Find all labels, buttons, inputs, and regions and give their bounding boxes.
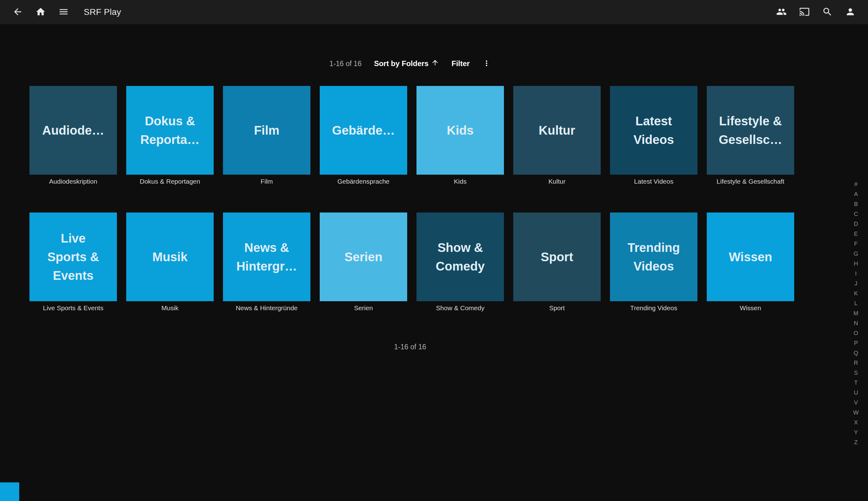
folder-tile[interactable]: Live Sports & Events [30,213,117,301]
alphabet-letter[interactable]: X [851,417,860,427]
alphabet-letter[interactable]: V [851,398,860,408]
alphabet-letter[interactable]: M [851,308,860,318]
alphabet-letter[interactable]: # [851,179,860,189]
folder-tile[interactable]: Kids [416,86,504,175]
folder-tile-label: Trending Videos [620,238,687,276]
alphabet-letter[interactable]: H [851,259,860,269]
sort-button[interactable]: Sort by Folders [374,58,439,68]
filter-button[interactable]: Filter [452,59,470,68]
folder-caption: Audiodeskription [30,178,117,185]
back-button[interactable] [8,2,28,22]
folder-item: Sport Sport [513,213,601,312]
home-button[interactable] [31,2,51,22]
folder-item: Film Film [223,86,311,185]
folder-tile-label: Live Sports & Events [40,229,106,285]
back-icon [12,7,23,18]
home-icon [35,7,46,18]
alphabet-letter[interactable]: L [851,298,860,308]
folder-caption: Kultur [513,178,601,185]
folder-caption: Kids [416,178,504,185]
folder-tile[interactable]: Show & Comedy [416,213,504,301]
alphabet-letter[interactable]: O [851,328,860,338]
top-bar: SRF Play [0,0,868,24]
alphabet-letter[interactable]: J [851,279,860,288]
top-bar-right [770,2,862,22]
folder-caption: Wissen [707,304,794,312]
folder-caption: Trending Videos [610,304,697,312]
folder-tile[interactable]: Musik [126,213,214,301]
alphabet-letter[interactable]: B [851,199,860,209]
folder-caption: Gebärdensprache [320,178,407,185]
folder-tile-label: Dokus & Reporta… [137,112,203,149]
alphabet-letter[interactable]: Z [851,437,860,447]
folder-tile-label: Latest Videos [620,112,687,149]
folder-tile[interactable]: News & Hintergr… [223,213,311,301]
alphabet-letter[interactable]: G [851,249,860,259]
alphabet-letter[interactable]: F [851,239,860,249]
folder-tile-label: Audiode… [40,121,106,140]
folder-tile-label: Serien [330,247,397,266]
folder-tile[interactable]: Audiode… [30,86,117,175]
alphabet-letter[interactable]: T [851,378,860,388]
folder-caption: Lifestyle & Gesellschaft [707,178,794,185]
folder-caption: Sport [513,304,601,312]
folder-caption: Latest Videos [610,178,697,185]
scroll-indicator[interactable] [0,482,19,501]
folder-item: Kultur Kultur [513,86,601,185]
alphabet-letter[interactable]: E [851,229,860,239]
folder-tile[interactable]: Dokus & Reporta… [126,86,214,175]
folder-item: Dokus & Reporta… Dokus & Reportagen [126,86,214,185]
folder-tile-label: Lifestyle & Gesellsc… [717,112,784,149]
alphabet-letter[interactable]: N [851,318,860,328]
folder-grid: Audiode… Audiodeskription Dokus & Report… [0,86,868,312]
alphabet-letter[interactable]: Q [851,348,860,358]
alphabet-letter[interactable]: K [851,288,860,298]
sort-ascending-icon [431,58,439,68]
folder-tile[interactable]: Gebärde… [320,86,407,175]
alphabet-letter[interactable]: Y [851,427,860,437]
folder-item: Audiode… Audiodeskription [30,86,117,185]
search-button[interactable] [817,2,837,22]
folder-tile[interactable]: Trending Videos [610,213,697,301]
alphabet-letter[interactable]: R [851,358,860,368]
folder-tile[interactable]: Wissen [707,213,794,301]
folder-tile-label: Sport [524,247,590,266]
folder-caption: Dokus & Reportagen [126,178,214,185]
group-button[interactable] [772,2,791,22]
menu-button[interactable] [54,2,74,22]
folder-item: Gebärde… Gebärdensprache [320,86,407,185]
folder-tile-label: Kultur [524,121,590,140]
folder-item: Live Sports & Events Live Sports & Event… [30,213,117,312]
folder-tile[interactable]: Latest Videos [610,86,697,175]
folder-caption: Serien [320,304,407,312]
kebab-menu-icon [482,59,491,68]
folder-caption: News & Hintergründe [223,304,311,312]
alphabet-letter[interactable]: U [851,388,860,398]
folder-tile[interactable]: Sport [513,213,601,301]
more-options-button[interactable] [482,59,491,68]
folder-item: Latest Videos Latest Videos [610,86,697,185]
folder-item: Musik Musik [126,213,214,312]
folder-tile[interactable]: Lifestyle & Gesellsc… [707,86,794,175]
profile-button[interactable] [840,2,860,22]
cast-button[interactable] [794,2,814,22]
folder-tile-label: Gebärde… [330,121,397,140]
alphabet-letter[interactable]: D [851,219,860,229]
alphabet-letter[interactable]: I [851,269,860,279]
folder-tile-label: News & Hintergr… [234,238,300,276]
alphabet-letter[interactable]: P [851,338,860,348]
folder-tile[interactable]: Serien [320,213,407,301]
folder-item: News & Hintergr… News & Hintergründe [223,213,311,312]
alphabet-letter[interactable]: S [851,368,860,378]
folder-caption: Show & Comedy [416,304,504,312]
folder-item: Lifestyle & Gesellsc… Lifestyle & Gesell… [707,86,794,185]
folder-tile[interactable]: Film [223,86,311,175]
alphabet-letter[interactable]: W [851,408,860,417]
folder-tile-label: Wissen [717,247,784,266]
folder-tile[interactable]: Kultur [513,86,601,175]
folder-item: Wissen Wissen [707,213,794,312]
folder-tile-label: Show & Comedy [427,238,493,276]
alphabet-letter[interactable]: A [851,189,860,199]
folder-tile-label: Musik [137,247,203,266]
alphabet-letter[interactable]: C [851,209,860,219]
